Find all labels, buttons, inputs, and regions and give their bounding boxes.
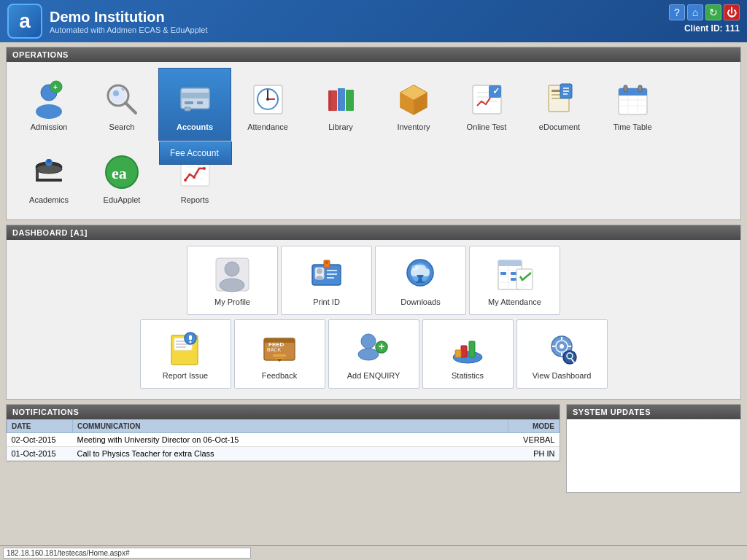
print-id-label: Print ID	[313, 298, 340, 306]
timetable-icon	[611, 77, 654, 121]
power-icon[interactable]: ⏻	[724, 4, 740, 20]
header-right: ? ⌂ ↻ ⏻ Client ID: 111	[669, 4, 740, 34]
dashboard-row1: My Profile Print ID	[12, 246, 735, 315]
profile-label: My Profile	[214, 298, 250, 306]
profile-icon	[212, 254, 252, 295]
edocument-icon	[538, 77, 581, 121]
enquiry-icon: +	[354, 328, 394, 368]
svg-rect-95	[511, 278, 516, 281]
eduapplet-label: EduApplet	[104, 195, 141, 204]
search-icon	[100, 77, 144, 121]
svg-rect-50	[624, 85, 627, 92]
report-issue-icon	[166, 328, 206, 368]
attendance-label: Attendance	[247, 122, 288, 131]
ops-inventory[interactable]: Inventory	[377, 68, 450, 141]
svg-point-69	[225, 262, 239, 276]
svg-point-114	[358, 349, 379, 360]
accounts-dropdown[interactable]: Fee Account	[159, 141, 232, 165]
ops-eduapplet[interactable]: ea EduApplet	[85, 141, 158, 214]
refresh-icon[interactable]: ↻	[705, 4, 721, 20]
statistics-icon	[448, 328, 488, 368]
search-label: Search	[109, 122, 135, 131]
svg-point-73	[317, 268, 322, 274]
svg-rect-103	[189, 335, 192, 340]
dash-feedback[interactable]: FEED BACK Feedback	[234, 319, 325, 389]
notif-date: 01-Oct-2015	[7, 447, 73, 461]
ops-accounts[interactable]: Accounts Fee Account	[158, 68, 231, 141]
svg-text:+: +	[53, 83, 58, 91]
app-title-block: Demo Institution Automated with Addmen E…	[50, 9, 207, 34]
svg-point-66	[193, 176, 196, 179]
my-attendance-label: My Attendance	[488, 298, 541, 306]
online-test-icon: ✓	[465, 77, 508, 121]
timetable-label: Time Table	[613, 122, 651, 131]
statusbar-url: 182.18.160.181/testecas/Home.aspx#	[3, 548, 251, 559]
accounts-label: Accounts	[177, 122, 213, 131]
dash-print-id[interactable]: Print ID	[281, 246, 372, 315]
operations-grid: + Admission Search	[12, 68, 735, 214]
academics-icon	[27, 150, 71, 194]
accounts-icon	[173, 77, 217, 121]
dash-enquiry[interactable]: + Add ENQUIRY	[328, 319, 419, 389]
home-icon[interactable]: ⌂	[687, 4, 703, 20]
svg-point-113	[361, 334, 376, 349]
svg-rect-94	[511, 272, 516, 275]
ops-attendance[interactable]: Attendance	[231, 68, 304, 141]
ops-edocument[interactable]: eDocument	[523, 68, 596, 141]
svg-rect-23	[329, 90, 331, 111]
svg-point-19	[266, 98, 269, 101]
app-logo: a	[7, 4, 42, 39]
header: a Demo Institution Automated with Addmen…	[0, 0, 747, 42]
ops-timetable[interactable]: Time Table	[596, 68, 669, 141]
dashboard-header: DASHBOARD [A1]	[7, 225, 740, 240]
statusbar: 182.18.160.181/testecas/Home.aspx#	[0, 545, 747, 560]
notif-mode: VERBAL	[508, 433, 560, 447]
operations-panel: OPERATIONS + Admission	[6, 47, 741, 220]
svg-rect-51	[638, 85, 642, 92]
notifications-panel: NOTIFICATIONS DATE COMMUNICATION MODE 02…	[6, 404, 560, 493]
system-updates-panel: SYSTEM UPDATES	[566, 404, 741, 493]
my-attendance-icon	[495, 254, 535, 295]
col-communication: COMMUNICATION	[73, 420, 508, 433]
dash-report-issue[interactable]: Report Issue	[140, 319, 231, 389]
attendance-icon	[246, 77, 290, 121]
app-subtitle: Automated with Addmen ECAS & EduApplet	[50, 26, 207, 34]
notification-row: 02-Oct-2015 Meeting with University Dire…	[7, 433, 560, 447]
notifications-tbody: 02-Oct-2015 Meeting with University Dire…	[7, 433, 560, 461]
svg-point-65	[184, 179, 187, 182]
downloads-label: Downloads	[400, 298, 440, 306]
dash-attendance[interactable]: My Attendance	[469, 246, 560, 315]
dash-view-dashboard[interactable]: View Dashboard	[516, 319, 608, 389]
dash-downloads[interactable]: Downloads	[375, 246, 466, 315]
svg-rect-118	[461, 346, 467, 357]
notifications-header: NOTIFICATIONS	[7, 405, 560, 419]
dash-statistics[interactable]: Statistics	[422, 319, 514, 389]
ops-academics[interactable]: Academics	[12, 141, 85, 214]
ops-search[interactable]: Search	[85, 68, 158, 141]
notif-communication: Meeting with University Director on 06-O…	[73, 433, 508, 447]
notif-mode: PH IN	[508, 447, 560, 461]
svg-rect-120	[455, 350, 461, 357]
help-icon[interactable]: ?	[669, 4, 685, 20]
dash-profile[interactable]: My Profile	[187, 246, 278, 315]
ops-library[interactable]: Library	[304, 68, 377, 141]
svg-rect-93	[500, 272, 506, 275]
svg-rect-88	[498, 264, 522, 266]
academics-label: Academics	[29, 195, 69, 204]
inventory-icon	[392, 77, 436, 121]
svg-rect-22	[346, 90, 354, 111]
header-icons: ? ⌂ ↻ ⏻	[669, 4, 740, 20]
svg-text:+: +	[379, 341, 384, 352]
svg-rect-24	[338, 88, 340, 111]
online-test-label: Online Test	[467, 122, 507, 131]
svg-rect-58	[47, 159, 51, 163]
operations-body: + Admission Search	[7, 62, 740, 219]
feedback-label: Feedback	[262, 371, 297, 380]
print-id-icon	[306, 254, 347, 295]
svg-text:ea: ea	[112, 164, 127, 182]
notif-communication: Call to Physics Teacher for extra Class	[73, 447, 508, 461]
ops-admission[interactable]: + Admission	[12, 68, 85, 141]
view-dashboard-icon	[542, 328, 582, 368]
notifications-section: NOTIFICATIONS DATE COMMUNICATION MODE 02…	[6, 404, 560, 462]
ops-online-test[interactable]: ✓ Online Test	[450, 68, 523, 141]
